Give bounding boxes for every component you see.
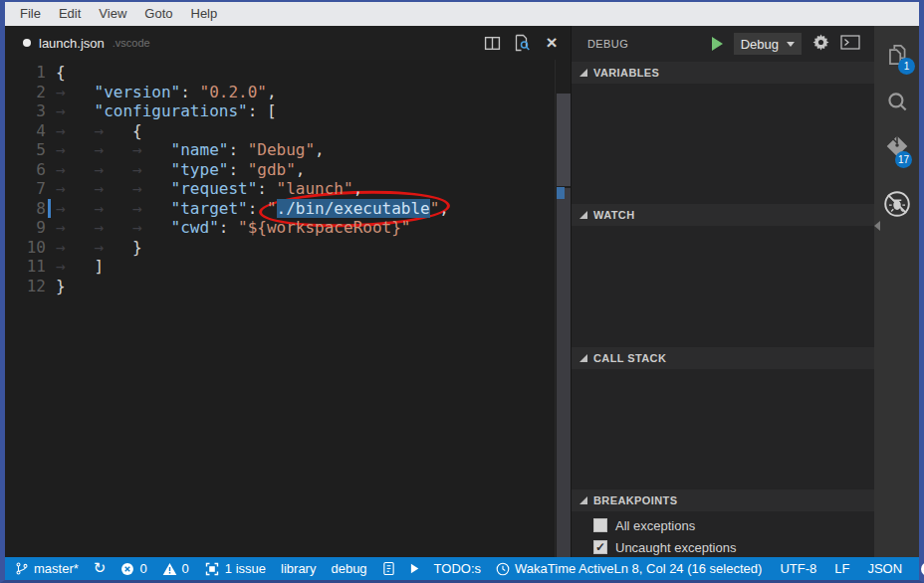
line-number[interactable]: 8 (5, 199, 50, 219)
code-token: "request" (171, 179, 258, 198)
code-token: "Debug" (248, 140, 315, 159)
code-line-3[interactable]: 3→ "configurations": [ (5, 101, 555, 121)
code-token: → (56, 218, 95, 237)
editor-scrollbar[interactable] (555, 60, 571, 557)
code-line-12[interactable]: 12} (5, 277, 555, 296)
status-label: Ln 8, Col 24 (16 selected) (614, 561, 763, 576)
section-header-watch[interactable]: WATCH (572, 204, 874, 226)
debug-config-dropdown[interactable]: Debug (734, 33, 802, 55)
status-item-json[interactable]: JSON (867, 561, 902, 576)
menu-item-edit[interactable]: Edit (50, 2, 90, 26)
menu-item-goto[interactable]: Goto (135, 2, 181, 26)
menu-item-help[interactable]: Help (182, 2, 227, 26)
code-line-10[interactable]: 10→ → } (5, 238, 555, 258)
checkbox-unchecked[interactable] (593, 518, 607, 532)
code-area[interactable]: 1{2→ "version": "0.2.0",3→ "configuratio… (5, 60, 555, 557)
status-item-notebook[interactable] (382, 561, 395, 576)
code-token: → (56, 160, 95, 179)
section-header-variables[interactable]: VARIABLES (572, 62, 874, 84)
code-line-8[interactable]: 8→ → → "target": "./bin/executable", (5, 199, 555, 219)
line-number[interactable]: 4 (5, 121, 50, 141)
code-token: ] (95, 257, 105, 276)
modified-dot-icon (23, 39, 31, 47)
notebook-icon (382, 561, 395, 576)
line-number[interactable]: 2 (5, 83, 50, 102)
status-label: JSON (867, 561, 902, 576)
code-token: → (95, 218, 133, 237)
section-header-breakpoints[interactable]: BREAKPOINTS (572, 489, 874, 511)
section-label: BREAKPOINTS (593, 494, 677, 506)
status-item-library[interactable]: library (281, 561, 316, 576)
status-item-todo-s[interactable]: TODO:s (434, 561, 481, 576)
code-line-7[interactable]: 7→ → → "request": "launch", (5, 179, 555, 199)
status-item-master[interactable]: master* (15, 561, 79, 576)
code-token: "cwd" (171, 218, 219, 237)
status-item-smiley[interactable] (920, 561, 924, 577)
code-text: → "configurations": [ (50, 101, 277, 121)
code-line-9[interactable]: 9→ → → "cwd": "${workspaceRoot}" (5, 218, 555, 238)
code-line-6[interactable]: 6→ → → "type": "gdb", (5, 160, 555, 180)
status-item-0[interactable]: 0 (162, 561, 189, 576)
code-text: → ] (50, 257, 104, 277)
open-preview-icon[interactable] (513, 34, 531, 52)
line-number[interactable]: 12 (5, 277, 50, 296)
status-item-wakatime-active[interactable]: WakaTime Active (496, 561, 613, 576)
code-token: → (56, 199, 95, 218)
status-item-debug[interactable]: debug (331, 561, 366, 576)
close-icon[interactable]: × (543, 34, 561, 52)
clock-icon (496, 562, 510, 576)
status-item-utf-8[interactable]: UTF-8 (780, 561, 816, 576)
code-line-2[interactable]: 2→ "version": "0.2.0", (5, 83, 555, 102)
scrollbar-slider[interactable] (557, 94, 571, 186)
code-token: → (95, 160, 133, 179)
code-token: , (439, 199, 449, 218)
code-token: } (132, 238, 142, 257)
tab-title[interactable]: launch.json (39, 36, 105, 51)
start-debug-button[interactable] (712, 37, 723, 51)
menu-item-file[interactable]: File (11, 2, 50, 26)
status-label: debug (331, 561, 366, 576)
line-number[interactable]: 7 (5, 179, 50, 199)
code-line-4[interactable]: 4→ → { (5, 121, 555, 141)
error-icon (120, 562, 134, 576)
code-token: → (95, 140, 133, 159)
line-number[interactable]: 3 (5, 101, 50, 121)
line-number[interactable]: 11 (5, 257, 50, 277)
breakpoint-row-uncaught-exceptions[interactable]: ✓Uncaught exceptions (593, 537, 874, 557)
status-item-sync[interactable]: ↻ (94, 561, 107, 576)
line-number[interactable]: 1 (5, 63, 50, 83)
menu-item-view[interactable]: View (90, 2, 135, 26)
status-label: 1 issue (225, 561, 266, 576)
debug-panel-header: DEBUG Debug (572, 26, 874, 62)
status-item-ln-8-col-24-16-selected[interactable]: Ln 8, Col 24 (16 selected) (614, 561, 763, 576)
line-number[interactable]: 6 (5, 160, 50, 180)
configure-gear-icon[interactable] (812, 34, 829, 55)
code-token: "target" (171, 199, 248, 218)
status-item-lf[interactable]: LF (834, 561, 849, 576)
status-item-1-issue[interactable]: 1 issue (204, 561, 266, 577)
code-token: { (132, 121, 142, 140)
line-number[interactable]: 5 (5, 140, 50, 160)
git-badge: 17 (895, 151, 912, 168)
code-line-5[interactable]: 5→ → → "name": "Debug", (5, 140, 555, 160)
code-line-1[interactable]: 1{ (5, 63, 555, 83)
code-text: → → } (50, 238, 142, 258)
code-token: " (267, 199, 277, 218)
code-line-11[interactable]: 11→ ] (5, 257, 555, 277)
split-editor-icon[interactable] (483, 34, 501, 52)
code-token: : (257, 179, 276, 198)
line-number[interactable]: 9 (5, 218, 50, 238)
code-token: : (219, 218, 238, 237)
status-item-0[interactable]: 0 (120, 561, 146, 576)
section-label: CALL STACK (593, 352, 666, 364)
debug-disabled-icon[interactable] (874, 187, 919, 221)
code-token: → (132, 160, 171, 179)
status-item-play[interactable] (410, 563, 419, 574)
breakpoint-row-all-exceptions[interactable]: All exceptions (593, 515, 874, 535)
open-debug-console-icon[interactable] (840, 35, 860, 54)
code-text: } (50, 277, 66, 296)
section-header-call-stack[interactable]: CALL STACK (572, 347, 874, 369)
checkbox-checked[interactable]: ✓ (593, 540, 607, 554)
search-icon[interactable] (874, 86, 919, 119)
line-number[interactable]: 10 (5, 238, 50, 258)
